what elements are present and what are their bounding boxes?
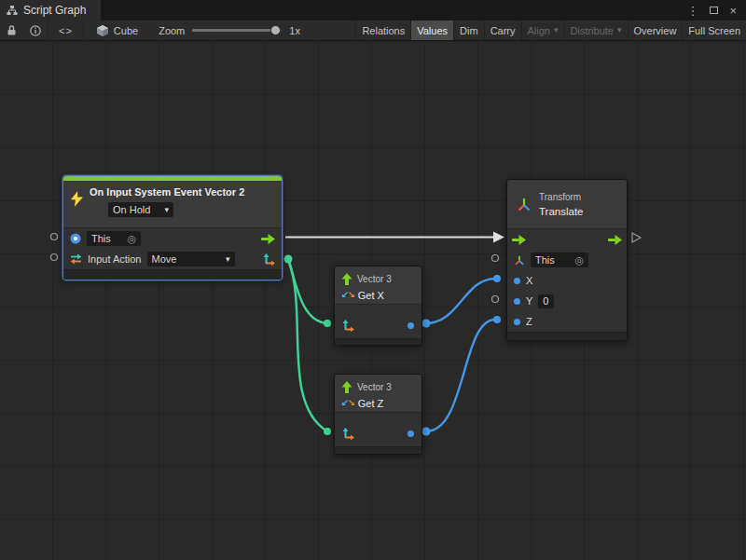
input-action-value: Move bbox=[152, 253, 177, 265]
port-row-z: Z bbox=[507, 311, 627, 332]
event-node-ports: This ◎ Input Action Move ▾ bbox=[63, 227, 282, 269]
get-component-icon: ↙↘ bbox=[341, 290, 353, 300]
port-row-this: This ◎ bbox=[63, 228, 282, 249]
node-get-x[interactable]: Vector 3 ↙↘ Get X bbox=[334, 266, 422, 346]
code-view-button[interactable]: <> bbox=[48, 20, 83, 40]
port-row-control bbox=[507, 229, 627, 250]
vector3-icon bbox=[341, 381, 352, 393]
distribute-dropdown-button[interactable]: Distribute▾ bbox=[564, 20, 628, 40]
chevron-down-icon: ▾ bbox=[554, 26, 559, 34]
node-title: On Input System Event Vector 2 bbox=[90, 186, 244, 198]
lock-button[interactable] bbox=[0, 20, 23, 40]
graph-hierarchy-icon bbox=[7, 5, 18, 16]
zoom-slider-fill bbox=[192, 29, 274, 32]
vector-input-icon[interactable] bbox=[342, 428, 354, 440]
getx-footer bbox=[335, 338, 421, 345]
this-target-chip[interactable]: This ◎ bbox=[531, 253, 588, 267]
y-input-dot[interactable] bbox=[514, 298, 520, 305]
port-x-label: X bbox=[526, 275, 532, 286]
values-button[interactable]: Values bbox=[410, 20, 453, 40]
translate-ports: This ◎ X Y 0 Z bbox=[507, 228, 627, 332]
input-action-dropdown[interactable]: Move ▾ bbox=[147, 252, 235, 266]
z-input-dot[interactable] bbox=[514, 319, 520, 325]
getx-header: Vector 3 ↙↘ Get X bbox=[335, 266, 421, 304]
target-picker-icon[interactable]: ◎ bbox=[574, 254, 584, 266]
port-row-y: Y 0 bbox=[507, 291, 627, 311]
chevron-down-icon: ▾ bbox=[226, 255, 230, 264]
relations-button[interactable]: Relations bbox=[355, 20, 410, 40]
node-on-input-system-event[interactable]: On Input System Event Vector 2 On Hold ▾… bbox=[62, 175, 283, 280]
zoom-slider-handle[interactable] bbox=[270, 25, 281, 35]
float-output-dot[interactable] bbox=[408, 430, 414, 437]
chevron-down-icon: ▾ bbox=[617, 26, 622, 34]
node-title: Translate bbox=[539, 206, 584, 217]
port-row-this: This ◎ bbox=[507, 250, 627, 270]
tab-title: Script Graph bbox=[23, 4, 86, 17]
getz-ports bbox=[335, 412, 421, 446]
getz-port-row bbox=[335, 420, 421, 446]
graph-toolbar: <> Cube Zoom 1x Relations Values Dim Car… bbox=[0, 20, 746, 41]
input-action-label: Input Action bbox=[88, 253, 142, 265]
event-mode-dropdown[interactable]: On Hold ▾ bbox=[108, 202, 173, 217]
port-z-label: Z bbox=[526, 316, 532, 327]
kebab-menu-icon[interactable]: ⋮ bbox=[686, 5, 698, 17]
this-target-chip[interactable]: This ◎ bbox=[87, 231, 141, 246]
code-icon: <> bbox=[59, 25, 73, 36]
y-value-field[interactable]: 0 bbox=[538, 294, 554, 308]
zoom-value: 1x bbox=[289, 25, 300, 36]
object-name: Cube bbox=[114, 25, 138, 36]
this-label: This bbox=[535, 254, 555, 266]
lock-icon bbox=[7, 24, 17, 36]
node-get-z[interactable]: Vector 3 ↙↘ Get Z bbox=[334, 374, 422, 455]
maximize-icon[interactable] bbox=[710, 7, 718, 14]
float-output-dot[interactable] bbox=[408, 322, 414, 329]
vector3-icon bbox=[341, 273, 352, 285]
vector2-output-icon[interactable] bbox=[263, 253, 275, 266]
toolbar-buttons: Relations Values Dim Carry Align▾ Distri… bbox=[355, 20, 746, 40]
align-dropdown-button[interactable]: Align▾ bbox=[521, 20, 564, 40]
event-node-footer bbox=[63, 269, 282, 280]
get-component-icon: ↙↘ bbox=[341, 398, 353, 408]
chevron-down-icon: ▾ bbox=[164, 206, 169, 214]
window-controls: ⋮ × bbox=[686, 0, 746, 20]
control-output-arrow-icon[interactable] bbox=[261, 234, 275, 244]
node-title: Get X bbox=[358, 290, 384, 301]
gameobject-icon bbox=[70, 233, 81, 244]
dim-button[interactable]: Dim bbox=[453, 20, 484, 40]
zoom-label: Zoom bbox=[159, 25, 185, 36]
zoom-slider[interactable] bbox=[192, 20, 282, 41]
translate-header: Transform Translate bbox=[507, 180, 627, 228]
script-graph-window: Script Graph ⋮ × <> Cube bbox=[0, 0, 746, 560]
tab-bar: Script Graph ⋮ × bbox=[0, 0, 746, 20]
lightning-icon bbox=[71, 191, 83, 207]
getx-ports bbox=[335, 304, 421, 338]
node-title: Get Z bbox=[358, 398, 384, 409]
graph-owner-breadcrumb[interactable]: Cube bbox=[84, 20, 145, 40]
transform-gizmo-icon bbox=[517, 198, 532, 212]
target-picker-icon[interactable]: ◎ bbox=[127, 233, 136, 245]
node-category: Transform bbox=[539, 192, 584, 202]
cube-icon bbox=[96, 24, 109, 37]
tab-script-graph[interactable]: Script Graph bbox=[0, 0, 101, 20]
x-input-dot[interactable] bbox=[514, 278, 520, 284]
fullscreen-button[interactable]: Full Screen bbox=[682, 20, 746, 40]
port-row-x: X bbox=[507, 270, 627, 291]
input-action-icon bbox=[70, 253, 82, 265]
carry-button[interactable]: Carry bbox=[484, 20, 521, 40]
control-input-arrow-icon[interactable] bbox=[512, 235, 526, 245]
close-icon[interactable]: × bbox=[729, 5, 737, 17]
vector-input-icon[interactable] bbox=[342, 320, 354, 332]
info-icon bbox=[30, 25, 41, 36]
getz-header: Vector 3 ↙↘ Get Z bbox=[335, 375, 421, 412]
info-button[interactable] bbox=[23, 20, 48, 40]
event-mode-value: On Hold bbox=[113, 204, 150, 215]
node-category: Vector 3 bbox=[357, 274, 392, 284]
node-category: Vector 3 bbox=[357, 382, 392, 392]
control-output-arrow-icon[interactable] bbox=[608, 235, 622, 245]
getz-footer bbox=[335, 446, 421, 454]
event-node-header: On Input System Event Vector 2 On Hold ▾ bbox=[63, 181, 282, 227]
overview-button[interactable]: Overview bbox=[628, 20, 683, 40]
node-transform-translate[interactable]: Transform Translate This ◎ bbox=[506, 179, 628, 341]
port-y-label: Y bbox=[526, 295, 532, 307]
this-label: This bbox=[91, 233, 111, 244]
